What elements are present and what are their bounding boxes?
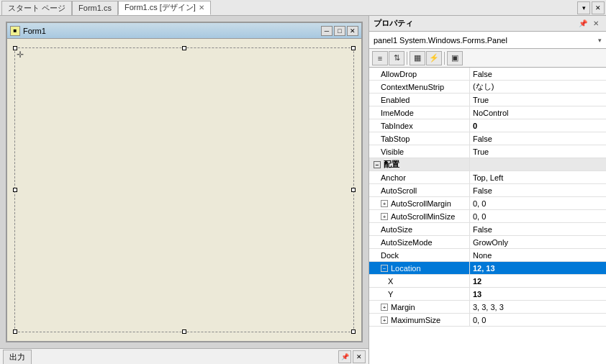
section-collapse-icon[interactable]: − xyxy=(374,161,381,168)
props-value-tabindex[interactable]: 0 xyxy=(470,119,606,132)
handle-bottom-center[interactable] xyxy=(182,329,186,334)
props-name-enabled[interactable]: Enabled xyxy=(369,94,470,106)
handle-top-right[interactable] xyxy=(351,46,356,50)
expand-location-icon[interactable]: − xyxy=(381,265,388,272)
expand-margin-icon[interactable]: + xyxy=(381,304,388,311)
props-panel-title: プロパティ xyxy=(374,18,413,29)
move-handle-icon[interactable]: ✛ xyxy=(17,50,24,60)
props-section-layout: −配置 xyxy=(369,158,606,171)
props-value-autoscrollmargin[interactable]: 0, 0 xyxy=(470,197,606,209)
expand-autoscrollmargin-icon[interactable]: + xyxy=(381,200,388,207)
props-toolbar: ≡ ⇅ ▦ ⚡ ▣ xyxy=(369,49,606,68)
props-toolbar-categorized-btn[interactable]: ≡ xyxy=(372,51,388,65)
form-body[interactable]: ✛ xyxy=(7,39,361,341)
form-title: Form1 xyxy=(23,27,321,35)
handle-bottom-right[interactable] xyxy=(351,329,356,334)
props-row-contextmenustrip: ContextMenuStrip (なし) xyxy=(369,81,606,94)
props-value-location[interactable]: 12, 13 xyxy=(470,262,606,274)
props-name-dock[interactable]: Dock xyxy=(369,249,470,261)
props-toolbar-properties-btn[interactable]: ▦ xyxy=(410,51,425,65)
props-row-tabindex: TabIndex 0 xyxy=(369,119,606,132)
object-selector[interactable]: panel1 System.Windows.Forms.Panel ▾ xyxy=(369,32,606,49)
props-value-autoscrollminsize[interactable]: 0, 0 xyxy=(470,210,606,222)
props-value-visible[interactable]: True xyxy=(470,145,606,158)
tab-close-all-btn[interactable]: ✕ xyxy=(592,1,605,14)
form-maximize-btn[interactable]: □ xyxy=(334,26,345,36)
props-value-autosize[interactable]: False xyxy=(470,223,606,235)
props-row-visible: Visible True xyxy=(369,145,606,158)
form-window: ■ Form1 ─ □ ✕ ✛ xyxy=(6,22,363,342)
props-name-imemode[interactable]: ImeMode xyxy=(369,106,470,119)
props-name-autoscroll[interactable]: AutoScroll xyxy=(369,184,470,196)
props-row-enabled: Enabled True xyxy=(369,94,606,106)
props-value-contextmenustrip[interactable]: (なし) xyxy=(470,81,606,93)
props-name-allowdrop[interactable]: AllowDrop xyxy=(369,68,470,80)
props-row-location-y: Y 13 xyxy=(369,288,606,301)
props-toolbar-events-btn[interactable]: ⚡ xyxy=(426,51,442,65)
props-section-layout-value xyxy=(470,158,606,170)
expand-autoscrollminsize-icon[interactable]: + xyxy=(381,213,388,220)
props-table[interactable]: AllowDrop False ContextMenuStrip (なし) En… xyxy=(369,68,606,364)
props-value-dock[interactable]: None xyxy=(470,249,606,261)
props-name-location-x[interactable]: X xyxy=(369,275,470,287)
props-section-layout-name[interactable]: −配置 xyxy=(369,158,470,170)
tab-form1-cs[interactable]: Form1.cs xyxy=(72,1,118,15)
props-name-autoscrollminsize[interactable]: +AutoScrollMinSize xyxy=(369,210,470,222)
props-row-autoscrollminsize: +AutoScrollMinSize 0, 0 xyxy=(369,210,606,223)
props-name-contextmenustrip[interactable]: ContextMenuStrip xyxy=(369,81,470,93)
props-name-autosize[interactable]: AutoSize xyxy=(369,223,470,235)
props-value-maximumsize[interactable]: 0, 0 xyxy=(470,314,606,326)
handle-middle-left[interactable] xyxy=(13,188,17,192)
props-header: プロパティ 📌 ✕ xyxy=(369,16,606,32)
tab-close-icon[interactable]: ✕ xyxy=(199,4,204,12)
tab-dropdown-btn[interactable]: ▾ xyxy=(577,1,590,14)
props-value-imemode[interactable]: NoControl xyxy=(470,106,606,119)
props-name-anchor[interactable]: Anchor xyxy=(369,171,470,183)
props-value-anchor[interactable]: Top, Left xyxy=(470,171,606,183)
handle-top-left[interactable] xyxy=(13,46,17,50)
props-name-tabstop[interactable]: TabStop xyxy=(369,132,470,145)
tab-start-page[interactable]: スタート ページ xyxy=(1,1,72,15)
object-selector-arrow-icon[interactable]: ▾ xyxy=(598,37,602,44)
output-close-btn[interactable]: ✕ xyxy=(353,350,366,363)
form-close-btn[interactable]: ✕ xyxy=(347,26,358,36)
props-name-autosizemode[interactable]: AutoSizeMode xyxy=(369,236,470,248)
props-name-tabindex[interactable]: TabIndex xyxy=(369,119,470,132)
form-minimize-btn[interactable]: ─ xyxy=(321,26,333,36)
props-toolbar-sorted-btn[interactable]: ⇅ xyxy=(389,51,404,65)
props-name-autoscrollmargin[interactable]: +AutoScrollMargin xyxy=(369,197,470,209)
expand-maximumsize-icon[interactable]: + xyxy=(381,317,388,324)
props-name-location[interactable]: −Location xyxy=(369,262,470,274)
props-row-tabstop: TabStop False xyxy=(369,132,606,145)
object-name: panel1 System.Windows.Forms.Panel xyxy=(374,36,598,45)
panel-control[interactable]: ✛ xyxy=(14,47,354,332)
props-value-margin[interactable]: 3, 3, 3, 3 xyxy=(470,301,606,313)
props-value-autosizemode[interactable]: GrowOnly xyxy=(470,236,606,248)
handle-bottom-left[interactable] xyxy=(13,329,17,334)
props-pin-btn[interactable]: 📌 xyxy=(577,18,589,29)
form-titlebar-buttons: ─ □ ✕ xyxy=(321,26,358,36)
output-tab[interactable]: 出力 xyxy=(3,350,32,364)
props-close-btn[interactable]: ✕ xyxy=(590,18,602,29)
props-value-enabled[interactable]: True xyxy=(470,94,606,106)
props-name-visible[interactable]: Visible xyxy=(369,145,470,158)
props-value-location-y[interactable]: 13 xyxy=(470,288,606,300)
output-pin-btn[interactable]: 📌 xyxy=(338,350,351,363)
tab-form1-design[interactable]: Form1.cs [デザイン] ✕ xyxy=(118,1,211,15)
props-row-margin: +Margin 3, 3, 3, 3 xyxy=(369,301,606,314)
props-toolbar-divider2 xyxy=(444,52,445,65)
props-name-location-y[interactable]: Y xyxy=(369,288,470,300)
handle-top-center[interactable] xyxy=(182,46,186,50)
props-name-margin[interactable]: +Margin xyxy=(369,301,470,313)
props-value-allowdrop[interactable]: False xyxy=(470,68,606,80)
props-value-location-x[interactable]: 12 xyxy=(470,275,606,287)
handle-middle-right[interactable] xyxy=(351,188,356,192)
tab-form1-cs-label: Form1.cs xyxy=(78,4,112,12)
props-value-autoscroll[interactable]: False xyxy=(470,184,606,196)
main-content: ■ Form1 ─ □ ✕ ✛ xyxy=(0,16,606,364)
props-row-location[interactable]: −Location 12, 13 xyxy=(369,262,606,275)
props-toolbar-pages-btn[interactable]: ▣ xyxy=(447,51,463,65)
props-name-maximumsize[interactable]: +MaximumSize xyxy=(369,314,470,326)
props-value-tabstop[interactable]: False xyxy=(470,132,606,145)
form-titlebar: ■ Form1 ─ □ ✕ xyxy=(7,23,361,39)
